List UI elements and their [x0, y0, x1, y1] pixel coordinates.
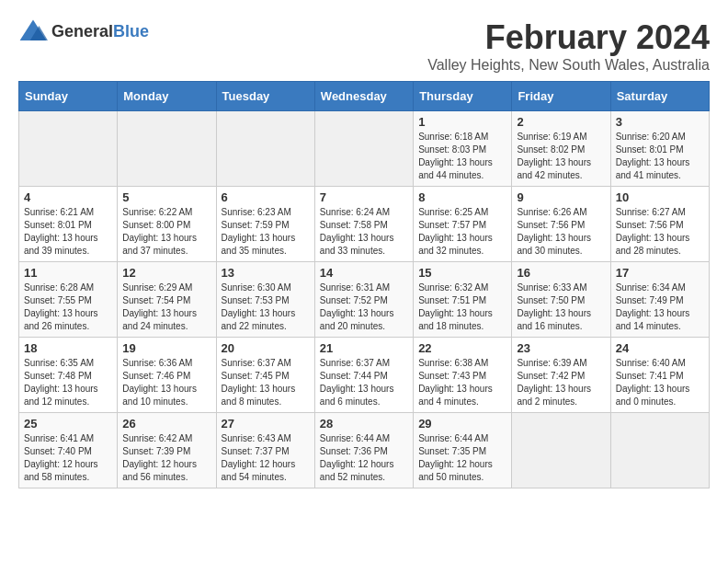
day-info: Sunrise: 6:29 AM Sunset: 7:54 PM Dayligh… [122, 282, 210, 333]
calendar-cell: 7Sunrise: 6:24 AM Sunset: 7:58 PM Daylig… [314, 187, 413, 262]
day-info: Sunrise: 6:19 AM Sunset: 8:02 PM Dayligh… [517, 131, 605, 182]
logo-blue: Blue [113, 22, 149, 40]
day-number: 20 [222, 341, 310, 355]
day-info: Sunrise: 6:27 AM Sunset: 7:56 PM Dayligh… [616, 206, 704, 258]
calendar-cell: 9Sunrise: 6:26 AM Sunset: 7:56 PM Daylig… [512, 187, 610, 262]
day-number: 27 [222, 417, 310, 431]
calendar-cell: 5Sunrise: 6:22 AM Sunset: 8:00 PM Daylig… [118, 187, 216, 262]
day-number: 13 [222, 266, 310, 280]
calendar-cell: 20Sunrise: 6:37 AM Sunset: 7:45 PM Dayli… [216, 338, 314, 413]
day-info: Sunrise: 6:24 AM Sunset: 7:58 PM Dayligh… [320, 206, 408, 258]
day-number: 12 [122, 266, 210, 280]
day-number: 4 [24, 190, 112, 204]
day-number: 8 [418, 190, 506, 204]
calendar-cell: 15Sunrise: 6:32 AM Sunset: 7:51 PM Dayli… [414, 262, 512, 338]
day-number: 9 [517, 190, 605, 204]
day-info: Sunrise: 6:18 AM Sunset: 8:03 PM Dayligh… [418, 131, 506, 182]
calendar-cell: 11Sunrise: 6:28 AM Sunset: 7:55 PM Dayli… [19, 262, 118, 338]
header: GeneralBlue February 2024 Valley Heights… [18, 18, 710, 74]
logo-general: General [51, 22, 113, 40]
calendar-cell: 24Sunrise: 6:40 AM Sunset: 7:41 PM Dayli… [610, 338, 709, 413]
calendar-cell: 22Sunrise: 6:38 AM Sunset: 7:43 PM Dayli… [414, 338, 512, 413]
calendar-cell: 3Sunrise: 6:20 AM Sunset: 8:01 PM Daylig… [610, 111, 709, 187]
day-info: Sunrise: 6:22 AM Sunset: 8:00 PM Dayligh… [122, 206, 210, 258]
day-info: Sunrise: 6:38 AM Sunset: 7:43 PM Dayligh… [418, 357, 506, 408]
day-number: 5 [122, 190, 210, 204]
day-info: Sunrise: 6:44 AM Sunset: 7:36 PM Dayligh… [320, 432, 408, 484]
calendar-cell [118, 111, 216, 187]
calendar-cell: 4Sunrise: 6:21 AM Sunset: 8:01 PM Daylig… [19, 187, 118, 262]
calendar-cell: 2Sunrise: 6:19 AM Sunset: 8:02 PM Daylig… [512, 111, 610, 187]
day-number: 21 [320, 341, 408, 355]
calendar-cell: 19Sunrise: 6:36 AM Sunset: 7:46 PM Dayli… [118, 338, 216, 413]
day-info: Sunrise: 6:37 AM Sunset: 7:45 PM Dayligh… [222, 357, 310, 408]
weekday-header-saturday: Saturday [610, 82, 709, 111]
calendar-cell: 29Sunrise: 6:44 AM Sunset: 7:35 PM Dayli… [414, 413, 512, 488]
calendar-cell: 21Sunrise: 6:37 AM Sunset: 7:44 PM Dayli… [314, 338, 413, 413]
day-number: 24 [616, 341, 704, 355]
day-number: 11 [24, 266, 112, 280]
logo: GeneralBlue [18, 18, 149, 44]
day-info: Sunrise: 6:30 AM Sunset: 7:53 PM Dayligh… [222, 282, 310, 333]
calendar-cell [610, 413, 709, 488]
day-info: Sunrise: 6:25 AM Sunset: 7:57 PM Dayligh… [418, 206, 506, 258]
day-info: Sunrise: 6:31 AM Sunset: 7:52 PM Dayligh… [320, 282, 408, 333]
day-number: 29 [418, 417, 506, 431]
day-number: 28 [320, 417, 408, 431]
calendar-table: SundayMondayTuesdayWednesdayThursdayFrid… [18, 81, 710, 488]
day-info: Sunrise: 6:28 AM Sunset: 7:55 PM Dayligh… [24, 282, 112, 333]
day-number: 15 [418, 266, 506, 280]
calendar-cell [216, 111, 314, 187]
day-info: Sunrise: 6:32 AM Sunset: 7:51 PM Dayligh… [418, 282, 506, 333]
calendar-cell: 1Sunrise: 6:18 AM Sunset: 8:03 PM Daylig… [414, 111, 512, 187]
day-number: 17 [616, 266, 704, 280]
day-number: 7 [320, 190, 408, 204]
calendar-cell: 25Sunrise: 6:41 AM Sunset: 7:40 PM Dayli… [19, 413, 118, 488]
day-info: Sunrise: 6:41 AM Sunset: 7:40 PM Dayligh… [24, 432, 112, 484]
calendar-cell: 10Sunrise: 6:27 AM Sunset: 7:56 PM Dayli… [610, 187, 709, 262]
day-info: Sunrise: 6:39 AM Sunset: 7:42 PM Dayligh… [517, 357, 605, 408]
day-number: 16 [517, 266, 605, 280]
day-number: 3 [616, 115, 704, 129]
calendar-cell: 14Sunrise: 6:31 AM Sunset: 7:52 PM Dayli… [314, 262, 413, 338]
calendar-cell [314, 111, 413, 187]
day-number: 23 [517, 341, 605, 355]
day-info: Sunrise: 6:42 AM Sunset: 7:39 PM Dayligh… [122, 432, 210, 484]
calendar-cell: 27Sunrise: 6:43 AM Sunset: 7:37 PM Dayli… [216, 413, 314, 488]
day-number: 22 [418, 341, 506, 355]
day-info: Sunrise: 6:44 AM Sunset: 7:35 PM Dayligh… [418, 432, 506, 484]
day-info: Sunrise: 6:43 AM Sunset: 7:37 PM Dayligh… [222, 432, 310, 484]
day-info: Sunrise: 6:20 AM Sunset: 8:01 PM Dayligh… [616, 131, 704, 182]
calendar-cell: 23Sunrise: 6:39 AM Sunset: 7:42 PM Dayli… [512, 338, 610, 413]
calendar-cell: 6Sunrise: 6:23 AM Sunset: 7:59 PM Daylig… [216, 187, 314, 262]
calendar-cell: 13Sunrise: 6:30 AM Sunset: 7:53 PM Dayli… [216, 262, 314, 338]
day-info: Sunrise: 6:37 AM Sunset: 7:44 PM Dayligh… [320, 357, 408, 408]
calendar-cell [512, 413, 610, 488]
calendar-cell: 17Sunrise: 6:34 AM Sunset: 7:49 PM Dayli… [610, 262, 709, 338]
day-number: 10 [616, 190, 704, 204]
day-info: Sunrise: 6:21 AM Sunset: 8:01 PM Dayligh… [24, 206, 112, 258]
day-number: 2 [517, 115, 605, 129]
day-number: 6 [222, 190, 310, 204]
calendar-cell: 8Sunrise: 6:25 AM Sunset: 7:57 PM Daylig… [414, 187, 512, 262]
location: Valley Heights, New South Wales, Austral… [427, 57, 710, 74]
day-number: 25 [24, 417, 112, 431]
day-info: Sunrise: 6:40 AM Sunset: 7:41 PM Dayligh… [616, 357, 704, 408]
logo-icon [18, 18, 48, 44]
month-title: February 2024 [427, 18, 710, 57]
calendar-cell [19, 111, 118, 187]
day-number: 14 [320, 266, 408, 280]
day-info: Sunrise: 6:26 AM Sunset: 7:56 PM Dayligh… [517, 206, 605, 258]
day-info: Sunrise: 6:36 AM Sunset: 7:46 PM Dayligh… [122, 357, 210, 408]
day-number: 18 [24, 341, 112, 355]
day-info: Sunrise: 6:35 AM Sunset: 7:48 PM Dayligh… [24, 357, 112, 408]
weekday-header-friday: Friday [512, 82, 610, 111]
weekday-header-monday: Monday [118, 82, 216, 111]
day-info: Sunrise: 6:23 AM Sunset: 7:59 PM Dayligh… [222, 206, 310, 258]
day-number: 19 [122, 341, 210, 355]
calendar-cell: 26Sunrise: 6:42 AM Sunset: 7:39 PM Dayli… [118, 413, 216, 488]
day-number: 26 [122, 417, 210, 431]
weekday-header-wednesday: Wednesday [314, 82, 413, 111]
calendar-cell: 28Sunrise: 6:44 AM Sunset: 7:36 PM Dayli… [314, 413, 413, 488]
calendar-cell: 12Sunrise: 6:29 AM Sunset: 7:54 PM Dayli… [118, 262, 216, 338]
